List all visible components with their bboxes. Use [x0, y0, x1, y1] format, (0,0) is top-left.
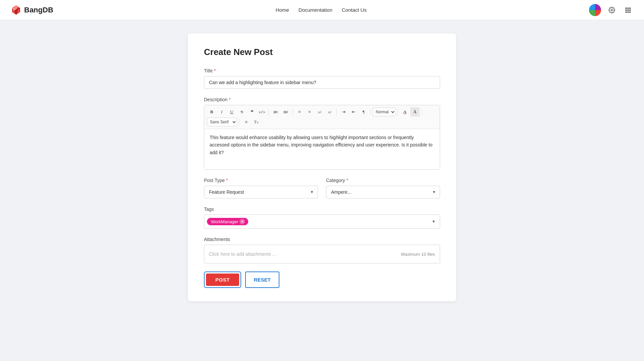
- post-type-label: Post Type *: [204, 178, 318, 183]
- category-field-group: Category * Ampere... General Technical ▼: [326, 178, 440, 198]
- main-content: Create New Post Title * Description * B …: [0, 20, 644, 315]
- post-button-wrapper: POST: [204, 272, 241, 288]
- editor-container: B I U S ❝ </> H1 H2 ≡ ≡ x2 x2 ⇥: [204, 105, 440, 170]
- toolbar-sep-7: [239, 119, 239, 125]
- avatar-q1: [589, 4, 595, 10]
- category-select[interactable]: Ampere... General Technical: [326, 186, 440, 198]
- svg-rect-12: [629, 9, 631, 11]
- toolbar-align[interactable]: ≡: [241, 117, 251, 127]
- toolbar-ordered-list[interactable]: ≡: [295, 107, 304, 117]
- toolbar-sep-4: [370, 109, 371, 115]
- attachments-placeholder: Click here to add attachments ...: [209, 251, 276, 257]
- toolbar-indent-decrease[interactable]: ⇤: [349, 107, 358, 117]
- svg-rect-15: [629, 11, 631, 13]
- attachments-label: Attachments: [204, 237, 440, 242]
- avatar-q2: [595, 4, 601, 10]
- avatar-q4: [595, 10, 601, 16]
- avatar[interactable]: [589, 4, 601, 16]
- toolbar-font-color[interactable]: A: [400, 107, 410, 117]
- svg-rect-9: [629, 7, 631, 9]
- toolbar-paragraph[interactable]: ¶: [359, 107, 368, 117]
- toolbar-code[interactable]: </>: [257, 107, 267, 117]
- category-select-wrapper: Ampere... General Technical ▼: [326, 186, 440, 198]
- post-type-field-group: Post Type * Feature Request Bug Report Q…: [204, 178, 318, 198]
- editor-body[interactable]: This feature would enhance usability by …: [204, 129, 440, 169]
- main-nav: Home Documentation Contact Us: [276, 7, 367, 13]
- toolbar-clear-format[interactable]: Tx: [252, 117, 261, 127]
- svg-rect-8: [627, 7, 629, 9]
- toolbar-sep-5: [398, 109, 398, 115]
- tags-input[interactable]: WorkManager ✕ ▼: [204, 215, 440, 229]
- apps-icon[interactable]: [623, 5, 633, 15]
- tag-remove-btn[interactable]: ✕: [239, 219, 245, 224]
- category-label: Category *: [326, 178, 440, 183]
- post-button[interactable]: POST: [206, 274, 239, 286]
- toolbar-superscript[interactable]: x2: [325, 107, 334, 117]
- title-input[interactable]: [204, 76, 440, 89]
- attachments-field-group: Attachments Click here to add attachment…: [204, 237, 440, 263]
- post-type-select-wrapper: Feature Request Bug Report Question Disc…: [204, 186, 318, 198]
- toolbar-sep-3: [336, 109, 337, 115]
- toolbar-blockquote[interactable]: ❝: [247, 107, 257, 117]
- toolbar-sep-6: [422, 109, 422, 115]
- svg-rect-10: [626, 9, 627, 11]
- toolbar-sep-2: [292, 109, 293, 115]
- toolbar-font-family-select[interactable]: Sans Serif: [207, 118, 237, 126]
- logo-icon: [11, 5, 21, 15]
- toolbar-format-select[interactable]: Normal: [373, 108, 396, 116]
- svg-point-6: [611, 9, 613, 11]
- post-type-required: *: [226, 178, 228, 183]
- title-field-group: Title *: [204, 68, 440, 89]
- toolbar-sep-1: [269, 109, 269, 115]
- nav-documentation[interactable]: Documentation: [299, 7, 332, 13]
- reset-button[interactable]: RESET: [245, 272, 279, 288]
- logo-text: BangDB: [24, 6, 53, 14]
- form-card: Create New Post Title * Description * B …: [188, 34, 456, 301]
- title-label: Title *: [204, 68, 440, 73]
- toolbar-highlight-color[interactable]: Ā: [410, 107, 420, 117]
- svg-rect-7: [626, 7, 627, 9]
- nav-contact-us[interactable]: Contact Us: [342, 7, 367, 13]
- description-label: Description *: [204, 97, 440, 102]
- svg-rect-13: [626, 11, 627, 13]
- attachments-max-label: Maximum 10 files: [401, 252, 435, 257]
- category-required: *: [346, 178, 348, 183]
- post-type-select[interactable]: Feature Request Bug Report Question Disc…: [204, 186, 318, 198]
- toolbar-bold[interactable]: B: [207, 107, 216, 117]
- header: BangDB Home Documentation Contact Us: [0, 0, 644, 20]
- page-title: Create New Post: [204, 47, 440, 57]
- tags-dropdown-arrow-icon: ▼: [432, 219, 436, 224]
- description-field-group: Description * B I U S ❝ </> H1 H2 ≡: [204, 97, 440, 170]
- tag-label: WorkManager: [211, 219, 238, 224]
- toolbar-underline[interactable]: U: [227, 107, 236, 117]
- tags-label: Tags: [204, 206, 440, 212]
- nav-home[interactable]: Home: [276, 7, 289, 13]
- button-row: POST RESET: [204, 272, 440, 288]
- logo[interactable]: BangDB: [11, 5, 53, 15]
- description-required: *: [229, 97, 230, 102]
- avatar-q3: [589, 10, 595, 16]
- editor-toolbar: B I U S ❝ </> H1 H2 ≡ ≡ x2 x2 ⇥: [204, 105, 440, 129]
- toolbar-h1[interactable]: H1: [271, 107, 280, 117]
- toolbar-indent-increase[interactable]: ⇥: [339, 107, 348, 117]
- toolbar-subscript[interactable]: x2: [315, 107, 324, 117]
- header-actions: [589, 4, 633, 16]
- attachments-input[interactable]: Click here to add attachments ... Maximu…: [204, 245, 440, 263]
- title-required: *: [214, 68, 216, 73]
- toolbar-unordered-list[interactable]: ≡: [305, 107, 314, 117]
- toolbar-h2[interactable]: H2: [281, 107, 290, 117]
- svg-rect-11: [627, 9, 629, 11]
- settings-icon[interactable]: [606, 5, 617, 15]
- toolbar-italic[interactable]: I: [217, 107, 226, 117]
- toolbar-strikethrough[interactable]: S: [237, 107, 247, 117]
- svg-rect-14: [627, 11, 629, 13]
- tags-field-group: Tags WorkManager ✕ ▼: [204, 206, 440, 229]
- post-type-category-row: Post Type * Feature Request Bug Report Q…: [204, 178, 440, 198]
- tag-workmanager: WorkManager ✕: [207, 218, 248, 225]
